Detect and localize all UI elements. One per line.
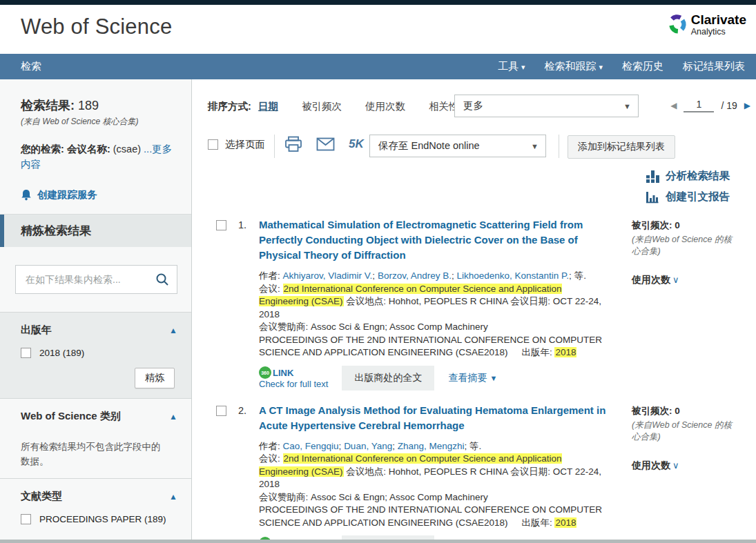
- horizontal-scrollbar[interactable]: [0, 540, 756, 543]
- page-title: Web of Science: [21, 14, 172, 39]
- result-conference-line: 会议: 2nd International Conference on Comp…: [259, 453, 612, 491]
- divider: [274, 135, 275, 158]
- result-number: 1.: [238, 219, 246, 230]
- usage-count-link[interactable]: 使用次数∨: [632, 274, 750, 286]
- author-link[interactable]: Duan, Yang: [344, 441, 395, 451]
- link-360-full-text[interactable]: 360LINK Check for full text: [259, 366, 328, 389]
- your-query-line: 您的检索: 会议名称: (csae) ...更多内容: [21, 141, 179, 172]
- analysis-links: 分析检索结果 创建引文报告: [193, 166, 756, 210]
- collapse-up-icon[interactable]: ▲: [169, 326, 177, 335]
- collapse-up-icon[interactable]: ▲: [169, 412, 177, 422]
- caret-down-icon: ▼: [623, 102, 631, 110]
- create-alert-link[interactable]: 创建跟踪服务: [21, 188, 179, 201]
- results-toolbar: 选择页面 5K 保存至 EndNote online ▼: [193, 128, 756, 166]
- pub-year-highlight: 2018: [554, 347, 576, 357]
- refine-results-header: 精炼检索结果: [0, 215, 191, 247]
- sort-option-date[interactable]: 日期: [258, 101, 278, 112]
- result-authors-line: 作者: Akhiyarov, Vladimir V. Borzov, Andre…: [259, 270, 612, 283]
- usage-count-link[interactable]: 使用次数∨: [632, 460, 750, 472]
- results-count: 189: [78, 99, 99, 112]
- result-sponsor-line: 会议赞助商: Assoc Sci & Engn; Assoc Comp Mach…: [259, 321, 612, 334]
- result-sponsor-line: 会议赞助商: Assoc Sci & Engn; Assoc Comp Mach…: [259, 491, 612, 504]
- caret-down-icon: ▼: [490, 374, 497, 382]
- analyze-results-link[interactable]: 分析检索结果: [646, 169, 730, 184]
- author-link[interactable]: Akhiyarov, Vladimir V.: [283, 270, 376, 281]
- page-number-input[interactable]: [684, 98, 714, 112]
- facet-title: 出版年: [21, 324, 52, 337]
- results-main: 排序方式: 日期 被引频次 使用次数 相关性 更多 ▼ ◀ / 19 ▶ 选择页…: [193, 79, 756, 543]
- facet-document-type: 文献类型 ▲ PROCEEDINGS PAPER (189): [0, 478, 191, 534]
- sort-bar: 排序方式: 日期 被引频次 使用次数 相关性 更多 ▼ ◀ / 19 ▶: [193, 79, 756, 128]
- analyze-blocks-icon: [646, 170, 659, 183]
- app-header: Web of Science Clarivate Analytics: [0, 5, 756, 54]
- bell-icon: [21, 189, 32, 201]
- author-link[interactable]: Borzov, Andrey B.: [378, 270, 454, 281]
- select-page-checkbox[interactable]: [208, 139, 218, 150]
- result-proceedings-line: PROCEEDINGS OF THE 2ND INTERNATIONAL CON…: [259, 334, 612, 359]
- facet-title: Web of Science 类别: [21, 410, 121, 423]
- brand-subtitle: Analytics: [691, 28, 746, 37]
- result-citation-panel: 被引频次: 0 (来自Web of Science 的核心合集) 使用次数∨: [632, 405, 750, 472]
- caret-down-icon: ▼: [531, 142, 539, 150]
- nav-item-search-history[interactable]: 检索历史: [622, 60, 663, 73]
- add-to-marked-list-button[interactable]: 添加到标记结果列表: [568, 135, 675, 159]
- nav-item-search-alerts[interactable]: 检索和跟踪▾: [544, 60, 603, 73]
- result-title-link[interactable]: A CT Image Analysis Method for Evaluatin…: [259, 403, 612, 433]
- save-to-endnote-dropdown[interactable]: 保存至 EndNote online ▼: [369, 135, 546, 157]
- create-citation-report-link[interactable]: 创建引文报告: [646, 190, 730, 204]
- result-citation-panel: 被引频次: 0 (来自Web of Science 的核心合集) 使用次数∨: [632, 219, 750, 286]
- author-link[interactable]: Zhang, Mengzhi: [398, 441, 467, 451]
- result-conference-line: 会议: 2nd International Conference on Comp…: [259, 283, 612, 322]
- divider: [559, 135, 559, 158]
- next-page-icon[interactable]: ▶: [744, 101, 750, 110]
- refine-search-input[interactable]: [24, 273, 155, 286]
- facet-option-proceedings-paper[interactable]: PROCEEDINGS PAPER (189): [21, 514, 177, 524]
- result-checkbox[interactable]: [216, 406, 226, 416]
- result-number: 2.: [238, 405, 246, 416]
- refine-search-box: [15, 265, 177, 294]
- clarivate-logo-icon: [666, 13, 687, 35]
- bar-chart-icon: [646, 191, 659, 204]
- result-authors-line: 作者: Cao, Fengqiu Duan, Yang Zhang, Mengz…: [259, 440, 612, 453]
- results-list: 1. Mathematical Simulation of Electromag…: [193, 210, 756, 543]
- main-navbar: 检索 工具▾ 检索和跟踪▾ 检索历史 标记结果列表: [0, 54, 756, 79]
- results-source-note: (来自 Web of Science 核心合集): [21, 116, 179, 128]
- publisher-full-text-button[interactable]: 出版商处的全文: [342, 366, 434, 391]
- nav-item-marked-list[interactable]: 标记结果列表: [683, 60, 745, 73]
- nav-item-tools[interactable]: 工具▾: [498, 60, 525, 73]
- refine-button[interactable]: 精炼: [135, 368, 175, 388]
- sort-option-times-cited[interactable]: 被引频次: [302, 101, 342, 112]
- result-title-link[interactable]: Mathematical Simulation of Electromagnet…: [259, 217, 612, 263]
- sort-label: 排序方式:: [208, 101, 251, 112]
- email-icon[interactable]: [316, 137, 335, 151]
- 360-badge-icon: 360: [259, 366, 271, 379]
- collapse-up-icon[interactable]: ▲: [169, 492, 177, 502]
- results-summary: 检索结果: 189 (来自 Web of Science 核心合集) 您的检索:…: [0, 79, 191, 215]
- print-icon[interactable]: [284, 136, 302, 152]
- results-count-line: 检索结果: 189: [21, 97, 179, 114]
- caret-down-icon: ▾: [521, 63, 525, 71]
- author-link[interactable]: Likhoedenko, Konstantin P.: [456, 270, 571, 281]
- sort-more-dropdown[interactable]: 更多 ▼: [454, 95, 639, 117]
- times-cited-source: (来自Web of Science 的核心合集): [632, 234, 737, 257]
- facet-checkbox-2018[interactable]: [21, 348, 31, 358]
- nav-item-search[interactable]: 检索: [21, 60, 41, 73]
- facet-option-2018[interactable]: 2018 (189): [21, 348, 177, 358]
- top-window-strip: [0, 0, 756, 5]
- prev-page-icon[interactable]: ◀: [670, 101, 677, 110]
- times-cited: 被引频次: 0: [632, 219, 750, 232]
- caret-down-icon: ▾: [599, 63, 603, 71]
- page-total: / 19: [721, 100, 737, 111]
- facet-wos-category: Web of Science 类别 ▲ 所有检索结果均不包含此字段中的数据。: [0, 398, 191, 478]
- select-page-control[interactable]: 选择页面: [208, 138, 265, 151]
- sort-option-usage[interactable]: 使用次数: [365, 101, 405, 112]
- view-abstract-link[interactable]: 查看摘要▼: [448, 372, 497, 384]
- query-value: (csae): [113, 144, 141, 155]
- result-checkbox[interactable]: [216, 220, 226, 230]
- sidebar: 检索结果: 189 (来自 Web of Science 核心合集) 您的检索:…: [0, 79, 192, 543]
- export-5k-link[interactable]: 5K: [349, 137, 364, 151]
- result-proceedings-line: PROCEEDINGS OF THE 2ND INTERNATIONAL CON…: [259, 504, 612, 529]
- author-link[interactable]: Cao, Fengqiu: [283, 441, 342, 451]
- search-icon[interactable]: [155, 272, 170, 287]
- facet-checkbox-proceedings[interactable]: [21, 514, 31, 524]
